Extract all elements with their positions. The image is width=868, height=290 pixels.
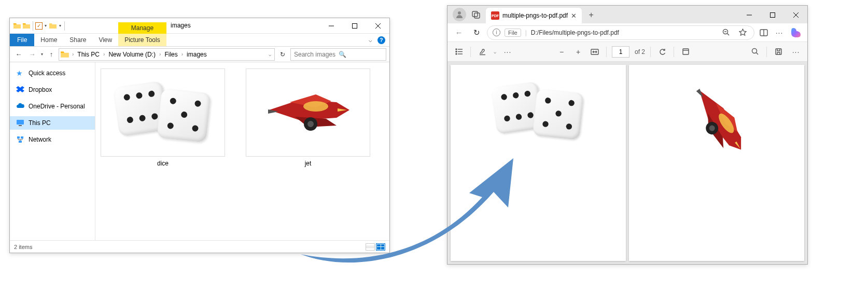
pdf-viewport[interactable] bbox=[447, 62, 807, 264]
address-bar[interactable]: › This PC › New Volume (D:) › Files › im… bbox=[59, 48, 275, 61]
address-dropdown-icon[interactable]: ⌵ bbox=[267, 52, 273, 57]
pdf-page-1 bbox=[451, 65, 626, 261]
profile-button[interactable] bbox=[453, 8, 466, 21]
new-tab-button[interactable]: + bbox=[584, 8, 598, 22]
separator bbox=[674, 47, 674, 57]
save-icon[interactable] bbox=[772, 46, 785, 58]
thumbnails-view-button[interactable] bbox=[376, 243, 385, 251]
details-view-button[interactable] bbox=[366, 243, 375, 251]
svg-rect-13 bbox=[472, 11, 478, 17]
workspaces-button[interactable] bbox=[469, 8, 483, 21]
sidebar-item-quick-access[interactable]: ★ Quick access bbox=[10, 66, 95, 80]
search-icon[interactable]: 🔍 bbox=[339, 51, 383, 58]
help-icon[interactable]: ? bbox=[377, 36, 385, 44]
maximize-button[interactable] bbox=[761, 7, 784, 23]
more-icon[interactable]: ··· bbox=[501, 46, 514, 58]
tab-home[interactable]: Home bbox=[34, 34, 63, 46]
rotate-icon[interactable] bbox=[656, 46, 668, 58]
chevron-down-icon[interactable]: ⌵ bbox=[494, 49, 496, 54]
sidebar-item-this-pc[interactable]: This PC bbox=[10, 116, 95, 130]
minimize-button[interactable] bbox=[737, 7, 761, 23]
back-button[interactable]: ← bbox=[13, 49, 24, 60]
browser-window: PDF multiple-pngs-to-pdf.pdf ✕ + ← → ↻ i… bbox=[447, 5, 808, 265]
navigation-bar: ← → ▾ ↑ › This PC › New Volume (D:) › Fi… bbox=[10, 47, 389, 62]
sidebar-item-label: Dropbox bbox=[29, 86, 52, 93]
draw-icon[interactable] bbox=[476, 46, 488, 58]
contents-icon[interactable] bbox=[453, 46, 465, 58]
page-view-icon[interactable] bbox=[679, 46, 692, 58]
file-list[interactable]: dice jet bbox=[95, 62, 389, 240]
checkbox-icon[interactable]: ✓ bbox=[35, 22, 43, 30]
copilot-icon[interactable] bbox=[789, 25, 803, 40]
tab-view[interactable]: View bbox=[92, 34, 118, 46]
zoom-controls: − + bbox=[555, 46, 601, 58]
breadcrumb-item[interactable]: images bbox=[185, 49, 209, 60]
sidebar-item-dropbox[interactable]: Dropbox bbox=[10, 83, 95, 96]
info-icon[interactable]: i bbox=[493, 29, 500, 36]
svg-line-20 bbox=[727, 34, 729, 36]
maximize-button[interactable] bbox=[343, 18, 366, 33]
thumbnail bbox=[101, 68, 225, 157]
close-button[interactable] bbox=[784, 7, 807, 23]
breadcrumb-item[interactable]: New Volume (D:) bbox=[106, 49, 158, 60]
tab-picture-tools[interactable]: Manage Picture Tools bbox=[118, 34, 166, 46]
chevron-down-icon[interactable]: ▾ bbox=[44, 23, 48, 28]
breadcrumb-item[interactable]: Files bbox=[162, 49, 179, 60]
breadcrumb-item[interactable]: This PC bbox=[75, 49, 102, 60]
url-bar[interactable]: i File | D:/Files/multiple-pngs-to-pdf.p… bbox=[487, 25, 754, 40]
svg-point-28 bbox=[456, 53, 457, 54]
close-button[interactable] bbox=[366, 18, 389, 33]
tab-file[interactable]: File bbox=[10, 34, 34, 46]
zoom-out-button[interactable]: − bbox=[555, 46, 568, 58]
forward-button[interactable]: → bbox=[26, 49, 38, 60]
item-count: 2 items bbox=[14, 244, 32, 250]
window-title: images bbox=[171, 22, 326, 29]
file-item-jet[interactable]: jet bbox=[246, 68, 370, 167]
back-button[interactable]: ← bbox=[452, 25, 466, 40]
more-icon[interactable]: ··· bbox=[790, 46, 802, 58]
chevron-right-icon[interactable]: › bbox=[180, 51, 185, 57]
svg-rect-6 bbox=[17, 136, 20, 139]
separator bbox=[33, 21, 33, 31]
find-icon[interactable] bbox=[749, 46, 761, 58]
dropbox-icon bbox=[16, 86, 24, 94]
svg-rect-32 bbox=[683, 49, 689, 54]
chevron-right-icon[interactable]: › bbox=[158, 51, 162, 57]
expand-ribbon-icon[interactable]: ⌵ bbox=[368, 37, 373, 44]
jet-icon bbox=[673, 75, 761, 163]
refresh-button[interactable]: ↻ bbox=[469, 25, 484, 40]
file-item-dice[interactable]: dice bbox=[101, 68, 225, 167]
search-input[interactable]: Search images 🔍 bbox=[290, 48, 386, 61]
browser-tab[interactable]: PDF multiple-pngs-to-pdf.pdf ✕ bbox=[486, 8, 582, 23]
sidebar-item-onedrive[interactable]: OneDrive - Personal bbox=[10, 100, 95, 113]
chevron-right-icon[interactable]: › bbox=[102, 51, 106, 57]
status-bar: 2 items bbox=[10, 240, 389, 253]
svg-rect-7 bbox=[21, 136, 23, 139]
separator bbox=[470, 47, 471, 57]
svg-point-24 bbox=[456, 49, 457, 50]
history-dropdown-icon[interactable]: ▾ bbox=[40, 52, 44, 57]
chevron-right-icon[interactable]: › bbox=[71, 51, 75, 57]
separator bbox=[766, 47, 767, 57]
svg-point-33 bbox=[752, 49, 757, 53]
thumbnail bbox=[246, 68, 370, 157]
close-tab-button[interactable]: ✕ bbox=[571, 12, 577, 20]
svg-rect-14 bbox=[474, 13, 480, 18]
split-screen-icon[interactable] bbox=[758, 26, 770, 39]
tab-share[interactable]: Share bbox=[63, 34, 92, 46]
sidebar-item-label: Quick access bbox=[29, 70, 65, 77]
sidebar-item-network[interactable]: Network bbox=[10, 133, 95, 146]
zoom-icon[interactable] bbox=[720, 26, 732, 39]
zoom-in-button[interactable]: + bbox=[572, 46, 584, 58]
svg-rect-16 bbox=[770, 13, 775, 18]
favorite-icon[interactable] bbox=[736, 26, 749, 39]
chevron-down-icon[interactable]: ▾ bbox=[58, 23, 62, 28]
svg-rect-5 bbox=[19, 125, 22, 126]
svg-point-9 bbox=[303, 101, 328, 112]
fit-width-icon[interactable] bbox=[589, 46, 601, 58]
page-number-input[interactable] bbox=[612, 46, 629, 58]
refresh-button[interactable]: ↻ bbox=[277, 49, 288, 60]
tab-title: multiple-pngs-to-pdf.pdf bbox=[502, 12, 568, 19]
menu-icon[interactable]: ··· bbox=[773, 26, 786, 39]
up-button[interactable]: ↑ bbox=[46, 49, 57, 60]
